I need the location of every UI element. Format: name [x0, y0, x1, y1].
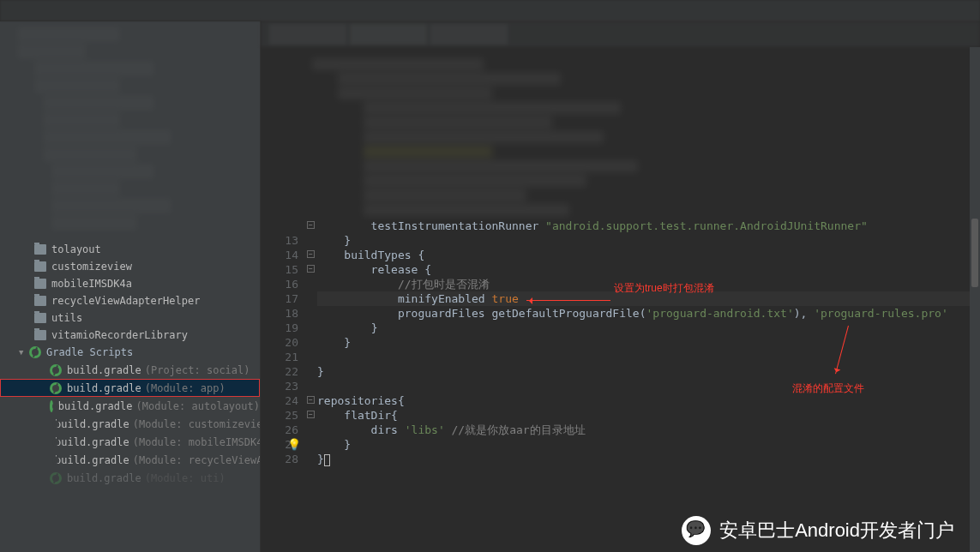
editor-tabs[interactable]	[261, 21, 980, 47]
file-desc: (Module: mobileIMSDK4a	[133, 436, 261, 448]
gradle-scripts-label: Gradle Scripts	[46, 346, 133, 358]
watermark-text: 安卓巴士Android开发者门户	[719, 518, 954, 543]
main-area: tolayoutcustomizeviewmobileIMSDK4arecycl…	[0, 21, 980, 552]
expand-arrow-icon: ▼	[19, 348, 26, 357]
module-item[interactable]: recycleViewAdapterHelper	[0, 292, 260, 309]
fold-icon[interactable]: −	[307, 396, 315, 404]
module-item[interactable]: tolayout	[0, 241, 260, 258]
module-label: utils	[51, 312, 82, 324]
module-label: recycleViewAdapterHelper	[51, 295, 200, 307]
watermark: 安卓巴士Android开发者门户	[682, 516, 954, 545]
gradle-file-item[interactable]: build.gradle(Module: uti)	[0, 469, 260, 487]
folder-icon	[34, 313, 46, 323]
file-name: build.gradle	[58, 400, 133, 412]
scroll-thumb[interactable]	[971, 219, 978, 287]
gradle-file-item[interactable]: build.gradle(Module: app)	[0, 379, 260, 397]
gradle-file-item[interactable]: build.gradle(Module: recycleViewAda	[0, 451, 260, 469]
file-name: build.gradle	[55, 454, 129, 466]
fold-icon[interactable]: −	[307, 250, 315, 258]
folder-icon	[34, 244, 46, 255]
annotation-1: 设置为true时打包混淆	[614, 281, 714, 296]
gradle-file-item[interactable]: build.gradle(Module: mobileIMSDK4a	[0, 433, 260, 451]
arrow-icon	[526, 300, 610, 301]
code-area[interactable]: 13141516171819202122232425262728 −−−−− t…	[261, 219, 980, 466]
file-desc: (Module: uti)	[145, 472, 225, 484]
gradle-scripts-node[interactable]: ▼ Gradle Scripts	[0, 344, 260, 361]
file-name: build.gradle	[67, 382, 141, 394]
intention-bulb-icon[interactable]: 💡	[287, 437, 301, 452]
module-item[interactable]: mobileIMSDK4a	[0, 275, 260, 292]
editor-scrollbar[interactable]	[970, 47, 980, 552]
folder-icon	[34, 296, 46, 306]
file-desc: (Project: social)	[145, 364, 250, 376]
file-desc: (Module: autolayout)	[136, 400, 261, 412]
gradle-icon	[50, 382, 62, 394]
module-label: vitamioRecorderLibrary	[51, 329, 188, 341]
file-name: build.gradle	[55, 418, 129, 430]
folder-icon	[34, 279, 46, 289]
module-item[interactable]: utils	[0, 309, 260, 327]
project-sidebar[interactable]: tolayoutcustomizeviewmobileIMSDK4arecycl…	[0, 21, 261, 552]
module-label: mobileIMSDK4a	[51, 278, 132, 290]
module-label: customizeview	[51, 261, 132, 273]
gradle-icon	[50, 472, 62, 484]
module-label: tolayout	[51, 243, 101, 255]
gradle-icon	[50, 400, 53, 412]
file-desc: (Module: recycleViewAda	[133, 454, 261, 466]
folder-icon	[34, 261, 46, 272]
editor-pane: 13141516171819202122232425262728 −−−−− t…	[261, 21, 980, 552]
gradle-icon	[29, 346, 41, 358]
module-item[interactable]: vitamioRecorderLibrary	[0, 327, 260, 344]
file-name: build.gradle	[67, 472, 141, 484]
file-name: build.gradle	[55, 436, 129, 448]
blurred-tree-top	[0, 27, 260, 241]
fold-icon[interactable]: −	[307, 265, 315, 273]
title-bar	[0, 0, 980, 21]
gradle-file-item[interactable]: build.gradle(Module: autolayout)	[0, 397, 260, 415]
file-desc: (Module: app)	[145, 382, 225, 394]
gradle-file-item[interactable]: build.gradle(Module: customizeview)	[0, 415, 260, 433]
gradle-file-item[interactable]: build.gradle(Project: social)	[0, 361, 260, 379]
gradle-icon	[50, 364, 62, 376]
module-item[interactable]: customizeview	[0, 258, 260, 275]
code-content[interactable]: testInstrumentationRunner "android.suppo…	[317, 219, 980, 466]
blurred-code-top	[261, 47, 980, 219]
fold-column[interactable]: −−−−−	[305, 219, 317, 466]
file-desc: (Module: customizeview)	[133, 418, 261, 430]
fold-icon[interactable]: −	[307, 221, 315, 229]
folder-icon	[34, 330, 46, 340]
fold-icon[interactable]: −	[307, 411, 315, 418]
file-name: build.gradle	[67, 364, 141, 376]
annotation-2: 混淆的配置文件	[792, 381, 864, 396]
line-gutter: 13141516171819202122232425262728	[261, 219, 305, 466]
wechat-icon	[682, 516, 711, 545]
